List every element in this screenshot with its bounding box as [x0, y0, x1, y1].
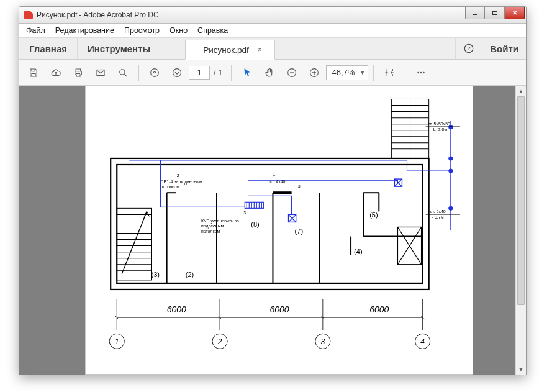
scroll-down-icon[interactable]: ▼ — [516, 364, 526, 375]
small2: 2 — [177, 173, 179, 178]
note1-l1: ПВ1-4 за подвесным — [161, 180, 202, 185]
print-button[interactable] — [68, 62, 89, 83]
zoom-in-icon — [309, 67, 320, 78]
menu-window[interactable]: Окно — [165, 25, 192, 36]
app-window: Рисунок.pdf - Adobe Acrobat Pro DC Файл … — [19, 6, 527, 375]
room-2: (2) — [186, 271, 194, 278]
window-controls — [465, 11, 525, 19]
fit-width-button[interactable] — [379, 62, 400, 83]
arrow-down-icon — [171, 67, 183, 78]
menu-file[interactable]: Файл — [21, 25, 50, 36]
pdf-page: 6000 6000 6000 1 2 3 4 (2) (3) (4) (5) (… — [85, 86, 473, 375]
arrow-up-icon — [149, 67, 160, 78]
mail-icon — [95, 67, 106, 78]
menu-help[interactable]: Справка — [192, 25, 233, 36]
side-bot-1: ст. 5х40 — [430, 209, 446, 214]
note2-l2: подвесным — [201, 224, 224, 229]
save-icon — [28, 67, 39, 78]
grid-2: 2 — [217, 337, 222, 346]
svg-point-17 — [449, 157, 453, 160]
zoom-out-icon — [286, 67, 297, 78]
svg-point-19 — [449, 206, 453, 210]
menu-edit[interactable]: Редактирование — [50, 25, 119, 36]
help-icon: ? — [463, 43, 474, 54]
scroll-track[interactable] — [516, 96, 526, 364]
cursor-icon — [242, 67, 253, 78]
separator — [231, 65, 232, 81]
separator — [373, 65, 374, 81]
page-margin-left — [19, 86, 85, 375]
scroll-up-icon[interactable]: ▲ — [516, 86, 526, 96]
room-5: (5) — [369, 211, 378, 219]
grid-3: 3 — [320, 337, 325, 346]
separator — [405, 65, 405, 81]
next-page-button[interactable] — [166, 62, 188, 83]
svg-point-3 — [120, 69, 125, 74]
small3b: 3 — [243, 211, 246, 215]
grid-4: 4 — [420, 337, 425, 346]
svg-rect-11 — [111, 158, 428, 289]
small3a: 3 — [298, 184, 301, 188]
svg-text:?: ? — [468, 45, 471, 52]
pdf-app-icon — [24, 11, 33, 19]
search-button[interactable] — [112, 62, 133, 83]
cloud-upload-button[interactable] — [45, 62, 66, 83]
tab-home[interactable]: Главная — [19, 38, 78, 59]
zoom-out-button[interactable] — [281, 62, 302, 83]
more-icon — [415, 67, 427, 78]
svg-point-10 — [423, 71, 425, 73]
prev-page-button[interactable] — [144, 62, 165, 83]
window-title: Рисунок.pdf - Adobe Acrobat Pro DC — [37, 11, 465, 19]
callout-center: ст. 4х40 — [269, 180, 285, 184]
svg-point-4 — [151, 68, 159, 76]
document-canvas[interactable]: 6000 6000 6000 1 2 3 4 (2) (3) (4) (5) (… — [19, 86, 515, 375]
maximize-button[interactable] — [485, 7, 505, 19]
document-viewport: ▶ ◀ — [19, 86, 526, 375]
tab-tools[interactable]: Инструменты — [78, 38, 160, 59]
selection-tool-button[interactable] — [237, 62, 258, 83]
svg-point-8 — [417, 71, 419, 73]
page-number-input[interactable] — [189, 66, 210, 80]
minimize-button[interactable] — [465, 7, 485, 19]
tab-close-icon[interactable]: × — [258, 45, 262, 54]
room-8: (8) — [251, 221, 260, 228]
print-icon — [73, 67, 84, 78]
side-top-2: L=3,0м — [433, 127, 448, 132]
zoom-select[interactable]: 46,7% ▼ — [326, 65, 368, 80]
close-button[interactable] — [505, 7, 525, 19]
tabstrip: Главная Инструменты Рисунок.pdf × ? Войт… — [19, 37, 526, 60]
tab-document-label: Рисунок.pdf — [203, 45, 248, 55]
separator — [138, 65, 139, 81]
tab-document[interactable]: Рисунок.pdf × — [185, 40, 274, 60]
svg-point-5 — [173, 68, 181, 76]
hand-tool-button[interactable] — [259, 62, 280, 83]
dim-2: 6000 — [269, 304, 289, 314]
more-tools-button[interactable] — [410, 62, 432, 83]
drawing-content: 6000 6000 6000 1 2 3 4 (2) (3) (4) (5) (… — [86, 86, 473, 374]
signin-button[interactable]: Войти — [482, 38, 526, 59]
note2-l1: КУП установить за — [201, 219, 239, 224]
cloud-upload-icon — [50, 67, 61, 78]
side-top-1: ст. 5х50х50 — [428, 122, 450, 126]
note2-l3: потолком — [201, 229, 220, 234]
page-margin-right — [473, 86, 515, 375]
dim-3: 6000 — [369, 304, 389, 314]
mail-button[interactable] — [90, 62, 111, 83]
menu-view[interactable]: Просмотр — [119, 25, 165, 36]
zoom-value: 46,7% — [332, 68, 355, 77]
save-button[interactable] — [23, 62, 44, 83]
dim-1: 6000 — [167, 304, 186, 314]
room-3: (3) — [152, 271, 160, 278]
side-bot-2: - 0,7м — [432, 215, 444, 219]
search-icon — [117, 67, 129, 78]
svg-point-9 — [420, 71, 422, 73]
zoom-in-button[interactable] — [304, 62, 325, 83]
room-7: (7) — [295, 227, 304, 235]
page-total: / 1 — [211, 68, 226, 77]
note1-l2: потолком — [161, 185, 180, 189]
scroll-thumb[interactable] — [517, 96, 525, 305]
vertical-scrollbar[interactable]: ▲ ▼ — [515, 86, 526, 375]
menubar: Файл Редактирование Просмотр Окно Справк… — [19, 24, 526, 37]
help-button[interactable]: ? — [455, 38, 482, 59]
hand-icon — [264, 67, 275, 78]
